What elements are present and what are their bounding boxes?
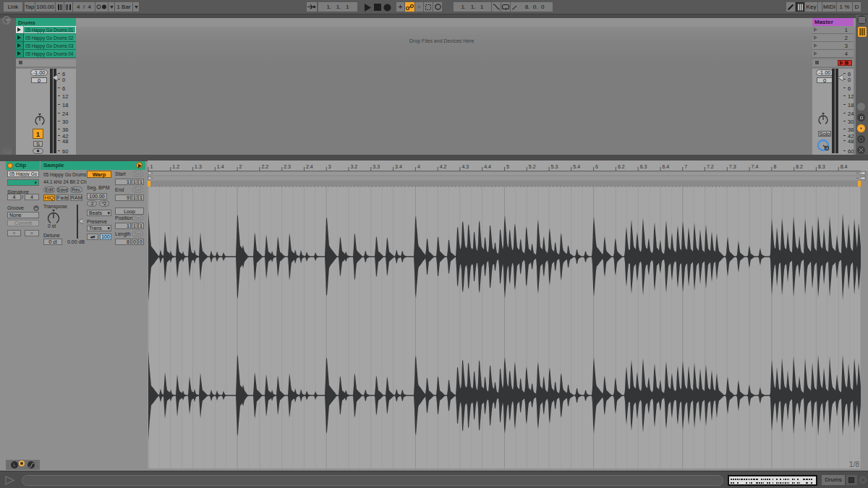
svg-text:1: 1 [150, 164, 153, 169]
svg-text:7.2: 7.2 [707, 164, 714, 169]
svg-text:4.2: 4.2 [440, 164, 447, 169]
svg-text:3.3: 3.3 [373, 164, 380, 169]
svg-text:1/8: 1/8 [849, 461, 859, 468]
svg-text:7: 7 [684, 164, 687, 169]
svg-text:7.4: 7.4 [752, 164, 759, 169]
svg-text:1.3: 1.3 [195, 164, 202, 169]
svg-text:1.4: 1.4 [217, 164, 224, 169]
svg-text:4.3: 4.3 [461, 164, 469, 169]
svg-text:1.2: 1.2 [172, 164, 179, 169]
svg-text:5.4: 5.4 [573, 164, 580, 169]
svg-text:3: 3 [328, 164, 331, 169]
svg-text:6.4: 6.4 [663, 164, 670, 169]
svg-text:2: 2 [239, 164, 242, 169]
svg-text:4: 4 [417, 164, 420, 169]
svg-text:8.2: 8.2 [796, 164, 803, 169]
svg-text:6.3: 6.3 [640, 164, 647, 169]
svg-text:2.2: 2.2 [261, 164, 268, 169]
svg-text:3.2: 3.2 [351, 164, 358, 169]
svg-text:3.4: 3.4 [395, 164, 402, 169]
svg-text:8.4: 8.4 [841, 164, 848, 169]
svg-text:8: 8 [773, 164, 776, 169]
svg-text:2.3: 2.3 [284, 164, 291, 169]
svg-text:7.3: 7.3 [729, 164, 736, 169]
svg-text:6: 6 [595, 164, 598, 169]
svg-text:5.3: 5.3 [551, 164, 558, 169]
svg-text:8.3: 8.3 [818, 164, 825, 169]
svg-text:5.2: 5.2 [529, 164, 536, 169]
svg-text:6.2: 6.2 [618, 164, 625, 169]
svg-text:4.4: 4.4 [484, 164, 491, 169]
svg-text:5: 5 [506, 164, 509, 169]
svg-text:2.4: 2.4 [306, 164, 313, 169]
